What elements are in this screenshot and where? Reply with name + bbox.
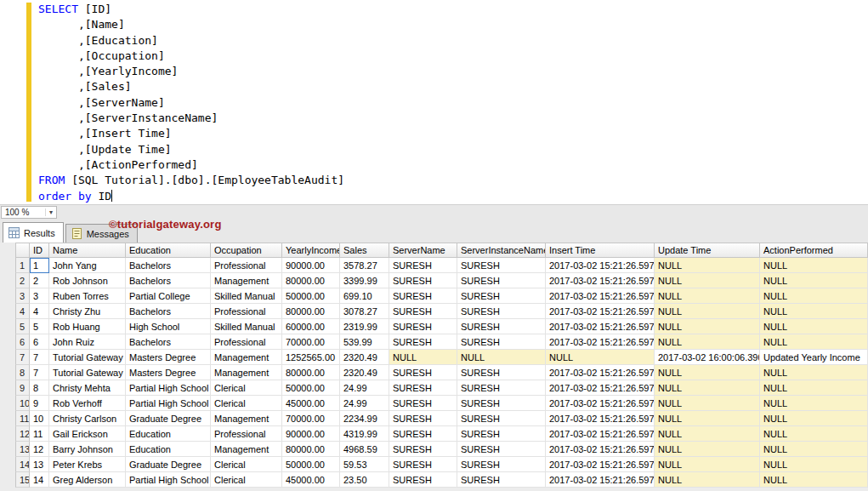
grid-cell[interactable]: 45000.00 [282, 472, 340, 488]
grid-cell[interactable]: 70000.00 [282, 411, 340, 426]
grid-cell[interactable]: NULL [655, 457, 760, 472]
grid-cell[interactable]: SURESH [389, 396, 457, 411]
column-header-update-time[interactable]: Update Time [655, 243, 760, 258]
grid-cell[interactable]: 80000.00 [282, 442, 340, 457]
grid-cell[interactable]: Bachelors [126, 304, 211, 319]
grid-cell[interactable]: NULL [760, 457, 868, 472]
grid-cell[interactable]: SURESH [457, 426, 546, 442]
grid-cell[interactable]: NULL [655, 426, 760, 442]
grid-cell[interactable]: 2017-03-02 15:21:26.597 [546, 288, 655, 304]
grid-cell[interactable]: John Yang [49, 258, 126, 273]
grid-cell[interactable]: SURESH [457, 457, 546, 472]
grid-cell[interactable]: 2017-03-02 16:00:06.390 [655, 350, 760, 365]
row-number[interactable]: 12 [15, 426, 30, 442]
grid-cell[interactable]: 4319.99 [340, 426, 389, 442]
grid-cell[interactable]: Management [211, 273, 282, 288]
tab-results[interactable]: Results [3, 222, 64, 243]
grid-cell[interactable]: SURESH [389, 304, 457, 319]
grid-cell[interactable]: NULL [760, 426, 868, 442]
grid-cell[interactable]: Management [211, 350, 282, 365]
grid-cell[interactable]: SURESH [457, 273, 546, 288]
grid-cell[interactable]: SURESH [389, 319, 457, 334]
grid-cell[interactable]: SURESH [389, 258, 457, 273]
row-number[interactable]: 2 [15, 273, 30, 288]
grid-cell[interactable]: NULL [546, 350, 655, 365]
grid-cell[interactable]: NULL [655, 442, 760, 457]
grid-cell[interactable]: NULL [655, 319, 760, 334]
grid-cell[interactable]: 2017-03-02 15:21:26.597 [546, 426, 655, 442]
grid-cell[interactable]: NULL [760, 258, 868, 273]
grid-cell[interactable]: 1252565.00 [282, 350, 340, 365]
grid-cell[interactable]: Education [126, 442, 211, 457]
grid-cell[interactable]: Education [126, 426, 211, 442]
grid-cell[interactable]: Rob Huang [49, 319, 126, 334]
grid-cell[interactable]: Bachelors [126, 334, 211, 350]
grid-cell[interactable]: Greg Alderson [49, 472, 126, 488]
grid-cell[interactable]: SURESH [457, 411, 546, 426]
grid-cell[interactable]: NULL [760, 472, 868, 488]
grid-cell[interactable]: 2320.49 [340, 350, 389, 365]
grid-cell[interactable]: 80000.00 [282, 304, 340, 319]
grid-cell[interactable]: Christy Carlson [49, 411, 126, 426]
grid-cell[interactable]: Management [211, 365, 282, 380]
column-header-insert-time[interactable]: Insert Time [546, 243, 655, 258]
grid-cell[interactable]: 3578.27 [340, 258, 389, 273]
grid-cell[interactable]: 2017-03-02 15:21:26.597 [546, 365, 655, 380]
grid-cell[interactable]: SURESH [457, 365, 546, 380]
grid-cell[interactable]: Christy Zhu [49, 304, 126, 319]
grid-cell[interactable]: SURESH [389, 365, 457, 380]
row-number[interactable]: 10 [15, 396, 30, 411]
grid-cell[interactable]: 2017-03-02 15:21:26.597 [546, 334, 655, 350]
grid-cell[interactable]: 3 [30, 288, 49, 304]
row-number[interactable]: 15 [15, 472, 30, 488]
column-header-sales[interactable]: Sales [340, 243, 389, 258]
grid-cell[interactable]: SURESH [457, 258, 546, 273]
grid-cell[interactable]: Tutorial Gateway [49, 350, 126, 365]
grid-cell[interactable]: SURESH [457, 334, 546, 350]
grid-cell[interactable]: Rob Johnson [49, 273, 126, 288]
grid-cell[interactable]: NULL [655, 334, 760, 350]
grid-cell[interactable]: Graduate Degree [126, 457, 211, 472]
grid-cell[interactable]: 2017-03-02 15:21:26.597 [546, 472, 655, 488]
grid-cell[interactable]: 80000.00 [282, 365, 340, 380]
grid-cell[interactable]: NULL [760, 396, 868, 411]
grid-corner-header[interactable] [15, 243, 30, 258]
row-number[interactable]: 5 [15, 319, 30, 334]
grid-cell[interactable]: SURESH [389, 288, 457, 304]
grid-cell[interactable]: 2017-03-02 15:21:26.597 [546, 319, 655, 334]
grid-cell[interactable]: 90000.00 [282, 426, 340, 442]
grid-cell[interactable]: NULL [655, 304, 760, 319]
grid-cell[interactable]: SURESH [457, 396, 546, 411]
grid-cell[interactable]: SURESH [389, 273, 457, 288]
grid-cell[interactable]: 45000.00 [282, 396, 340, 411]
column-header-occupation[interactable]: Occupation [211, 243, 282, 258]
grid-cell[interactable]: 4 [30, 304, 49, 319]
grid-cell[interactable]: 14 [30, 472, 49, 488]
grid-cell[interactable]: NULL [655, 288, 760, 304]
row-number[interactable]: 6 [15, 334, 30, 350]
row-number[interactable]: 4 [15, 304, 30, 319]
grid-cell[interactable]: 2017-03-02 15:21:26.597 [546, 273, 655, 288]
grid-cell[interactable]: 50000.00 [282, 380, 340, 396]
grid-cell[interactable]: 699.10 [340, 288, 389, 304]
grid-cell[interactable]: Peter Krebs [49, 457, 126, 472]
grid-cell[interactable]: NULL [655, 411, 760, 426]
grid-cell[interactable]: Partial High School [126, 380, 211, 396]
grid-cell[interactable]: Professional [211, 258, 282, 273]
grid-cell[interactable]: NULL [655, 380, 760, 396]
grid-cell[interactable]: 80000.00 [282, 273, 340, 288]
grid-cell[interactable]: 2017-03-02 15:21:26.597 [546, 304, 655, 319]
grid-cell[interactable]: NULL [457, 350, 546, 365]
row-number[interactable]: 9 [15, 380, 30, 396]
grid-cell[interactable]: 2017-03-02 15:21:26.597 [546, 396, 655, 411]
row-number[interactable]: 1 [15, 258, 30, 273]
grid-cell[interactable]: Professional [211, 426, 282, 442]
grid-cell[interactable]: SURESH [457, 319, 546, 334]
column-header-actionperformed[interactable]: ActionPerformed [760, 243, 868, 258]
grid-cell[interactable]: NULL [389, 350, 457, 365]
grid-cell[interactable]: SURESH [389, 426, 457, 442]
grid-cell[interactable]: Management [211, 411, 282, 426]
grid-cell[interactable]: SURESH [389, 334, 457, 350]
grid-cell[interactable]: Partial High School [126, 396, 211, 411]
grid-cell[interactable]: Christy Mehta [49, 380, 126, 396]
